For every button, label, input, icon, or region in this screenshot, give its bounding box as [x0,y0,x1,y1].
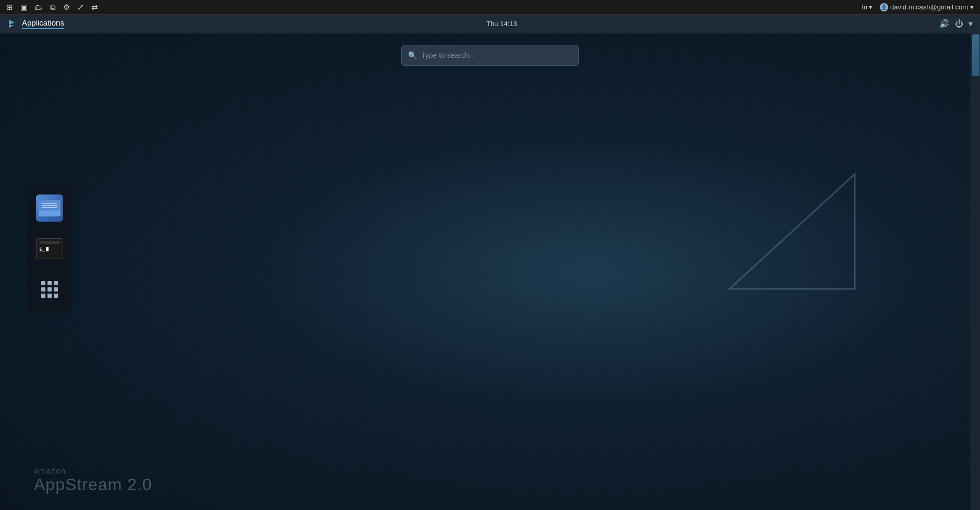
app-bar-dropdown-icon[interactable]: ▾ [969,19,973,29]
app-logo-icon [7,19,18,29]
taskbar-window-icon[interactable]: ▣ [20,3,28,12]
language-selector[interactable]: In ▾ [862,3,873,11]
taskbar-devices-icon[interactable]: ⇄ [91,3,98,12]
power-icon[interactable]: ⏻ [955,19,963,29]
search-input[interactable] [421,51,572,59]
taskbar-settings-icon[interactable]: ⚙ [63,3,70,12]
taskbar-copy-icon[interactable]: ⧉ [50,3,56,12]
search-box[interactable]: 🔍 [401,45,579,66]
user-email: david.m.cash@gmail.com [890,3,968,11]
dock-item-file-manager[interactable] [30,189,69,227]
taskbar-folder-icon[interactable]: 🗁 [35,3,43,11]
svg-marker-2 [730,174,855,289]
main-area: 🔍 $_ [0,33,980,510]
decorative-triangle [719,164,865,299]
search-icon: 🔍 [408,51,417,59]
terminal-icon: $_ [36,238,63,259]
app-bar-datetime: Thu 14:13 [486,20,517,28]
app-bar-right: 🔊 ⏻ ▾ [939,19,973,29]
scrollbar[interactable] [971,33,980,510]
user-info[interactable]: 👤 david.m.cash@gmail.com ▾ [880,3,974,11]
branding-amazon: amazon [34,467,152,475]
file-manager-icon [36,195,63,222]
app-bar: Applications Thu 14:13 🔊 ⏻ ▾ [0,15,980,33]
taskbar-grid-icon[interactable]: ⊞ [6,3,13,12]
lang-dropdown-icon: ▾ [869,3,873,11]
system-bar-right: In ▾ 👤 david.m.cash@gmail.com ▾ [862,3,974,11]
svg-marker-1 [9,20,15,25]
language-label: In [862,3,867,11]
taskbar-resize-icon[interactable]: ⤢ [77,3,84,12]
app-bar-left: Applications [7,18,64,29]
volume-icon[interactable]: 🔊 [939,19,950,29]
system-bar-left: ⊞ ▣ 🗁 ⧉ ⚙ ⤢ ⇄ [6,3,98,12]
app-title: Applications [22,18,64,29]
scrollbar-thumb[interactable] [972,34,979,76]
user-dropdown-icon: ▾ [970,3,974,11]
all-apps-grid-icon [41,281,58,298]
dock-item-all-apps[interactable] [30,270,69,309]
branding-appstream: AppStream 2.0 [34,475,152,494]
branding-watermark: amazon AppStream 2.0 [34,467,152,494]
left-dock: $_ [26,185,73,313]
user-avatar-icon: 👤 [880,3,888,11]
search-container: 🔍 [401,45,579,66]
system-bar: ⊞ ▣ 🗁 ⧉ ⚙ ⤢ ⇄ In ▾ 👤 david.m.cash@gmail.… [0,0,980,15]
dock-item-terminal[interactable]: $_ [30,229,69,268]
